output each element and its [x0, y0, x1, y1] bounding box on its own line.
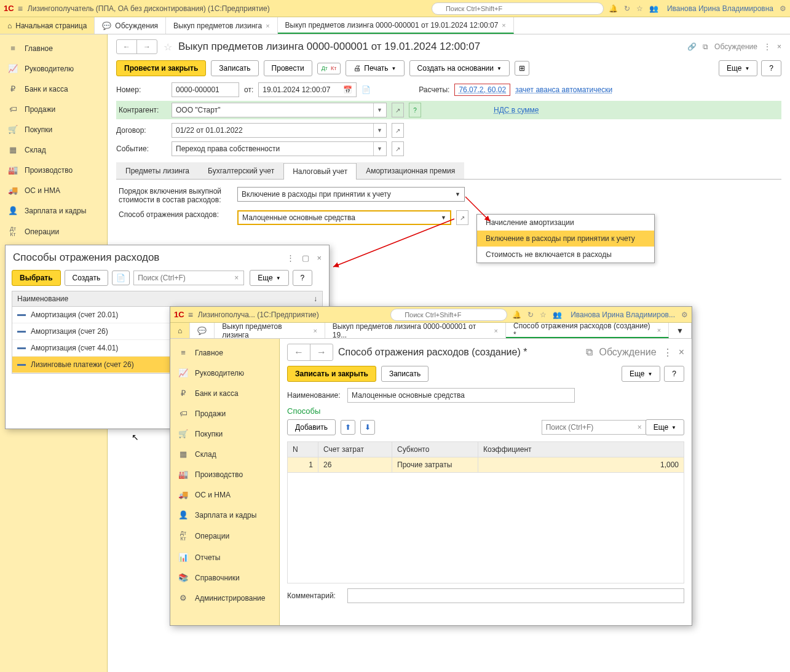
save-icon[interactable]: 📄: [361, 85, 371, 94]
contragent-input[interactable]: ООО "Старт"▼: [172, 103, 387, 117]
tab-home[interactable]: ⌂Начальная страница: [0, 17, 95, 34]
sidebar-item[interactable]: ДтКтОперации: [170, 525, 279, 547]
print-button[interactable]: 🖨Печать▼: [346, 60, 404, 76]
tab-doc-active[interactable]: Выкуп предметов лизинга 0000-000001 от 1…: [278, 17, 514, 34]
star-icon[interactable]: ☆: [636, 4, 643, 13]
col-n[interactable]: N: [288, 442, 318, 457]
table-search-input[interactable]: [542, 420, 646, 435]
tabs-dropdown[interactable]: ▼: [669, 323, 692, 338]
sidebar-item[interactable]: ▦Склад: [170, 444, 279, 464]
cell-acc[interactable]: 26: [318, 457, 392, 473]
sidebar-item[interactable]: 🚚ОС и НМА: [170, 484, 279, 505]
col-coef[interactable]: Коэффициент: [478, 442, 684, 457]
link-icon[interactable]: 🔗: [687, 42, 697, 51]
tab-3-active[interactable]: Способ отражения расходов (создание) *×: [506, 323, 669, 338]
help-tip-icon[interactable]: ?: [409, 103, 421, 117]
select-button[interactable]: Выбрать: [12, 270, 61, 286]
more-dots-icon[interactable]: ⋮: [764, 42, 771, 51]
contract-input[interactable]: 01/22 от 01.01.2022▼: [172, 123, 387, 138]
add-button[interactable]: Добавить: [287, 419, 336, 435]
users-icon[interactable]: 👥: [553, 310, 562, 319]
calc-accounts-link[interactable]: 76.07.2, 60.02: [454, 84, 510, 96]
window-icon[interactable]: ⧉: [703, 42, 708, 51]
create-based-button[interactable]: Создать на основании▼: [409, 60, 510, 76]
sidebar-item-prod[interactable]: 🏭Производство: [0, 160, 107, 180]
method-select[interactable]: Малоценные основные средства▼: [237, 210, 451, 225]
subtab-premium[interactable]: Амортизационная премия: [357, 162, 464, 179]
sidebar-item[interactable]: 🏭Производство: [170, 464, 279, 484]
sidebar-item-bank[interactable]: ₽Банк и касса: [0, 79, 107, 99]
sidebar-item-assets[interactable]: 🚚ОС и НМА: [0, 180, 107, 200]
open-ref-icon[interactable]: ↗: [392, 123, 404, 138]
calc-advance-link[interactable]: зачет аванса автоматически: [515, 85, 612, 94]
back-icon[interactable]: ←: [117, 40, 137, 53]
tab-1[interactable]: Выкуп предметов лизинга×: [215, 323, 325, 338]
comment-input[interactable]: [347, 588, 684, 603]
tab-discuss[interactable]: 💬: [190, 323, 215, 338]
down-button[interactable]: ⬇: [360, 420, 375, 435]
chevron-down-icon[interactable]: ▼: [373, 142, 382, 156]
tab-2[interactable]: Выкуп предметов лизинга 0000-000001 от 1…: [325, 323, 506, 338]
sidebar-item[interactable]: ₽Банк и касса: [170, 383, 279, 403]
favorite-star-icon[interactable]: ☆: [164, 41, 172, 53]
up-button[interactable]: ⬆: [341, 420, 355, 435]
open-ref-icon[interactable]: ↗: [392, 103, 404, 117]
sidebar-item[interactable]: 🏷Продажи: [170, 403, 279, 424]
close-icon[interactable]: ×: [313, 327, 317, 334]
close-icon[interactable]: ×: [317, 253, 322, 263]
user-name[interactable]: Иванова Ирина Владимиров...: [571, 310, 675, 319]
hamburger-icon[interactable]: ≡: [188, 310, 193, 320]
more-button[interactable]: Еще▼: [250, 270, 288, 286]
hamburger-icon[interactable]: ≡: [18, 4, 23, 14]
struct-button[interactable]: ⊞: [515, 61, 529, 76]
settings-icon[interactable]: ⚙: [780, 4, 786, 13]
forward-icon[interactable]: →: [310, 344, 333, 360]
dropdown-option[interactable]: Стоимость не включается в расходы: [477, 247, 654, 263]
sidebar-item[interactable]: 📊Отчеты: [170, 547, 279, 567]
bell-icon[interactable]: 🔔: [609, 4, 618, 13]
dropdown-option-selected[interactable]: Включение в расходы при принятии к учету: [477, 231, 654, 247]
post-button[interactable]: Провести: [264, 60, 312, 76]
tab-doc-list[interactable]: Выкуп предметов лизинга×: [166, 17, 277, 34]
global-search[interactable]: [432, 2, 604, 15]
clear-search-icon[interactable]: ×: [638, 423, 642, 432]
search-input[interactable]: [390, 309, 507, 321]
subtab-accounting[interactable]: Бухгалтерский учет: [199, 162, 283, 179]
cell-coef[interactable]: 1,000: [478, 457, 684, 473]
sidebar-item[interactable]: 📈Руководителю: [170, 363, 279, 383]
more-button[interactable]: Еще▼: [646, 419, 684, 435]
help-button[interactable]: ?: [293, 270, 313, 286]
settings-icon[interactable]: ⚙: [681, 310, 688, 319]
sidebar-item[interactable]: 👤Зарплата и кадры: [170, 505, 279, 525]
close-icon[interactable]: ×: [657, 326, 661, 334]
help-button[interactable]: ?: [761, 60, 781, 76]
sidebar-item-manager[interactable]: 📈Руководителю: [0, 58, 107, 79]
sidebar-item-ops[interactable]: ДтКтОперации: [0, 221, 107, 243]
tab-home[interactable]: ⌂: [170, 323, 190, 338]
close-icon[interactable]: ×: [679, 347, 684, 358]
close-icon[interactable]: ×: [494, 327, 498, 334]
open-ref-icon[interactable]: ↗: [456, 210, 468, 225]
event-input[interactable]: Переход права собственности▼: [172, 141, 387, 156]
list-search-input[interactable]: [133, 271, 244, 285]
create-button[interactable]: Создать: [65, 270, 109, 286]
open-ref-icon[interactable]: ↗: [392, 141, 404, 156]
history-icon[interactable]: ↻: [624, 4, 630, 13]
save-close-button[interactable]: Записать и закрыть: [287, 366, 376, 382]
sidebar-item-hr[interactable]: 👤Зарплата и кадры: [0, 200, 107, 221]
calendar-icon[interactable]: 📅: [343, 85, 352, 94]
col-sub[interactable]: Субконто: [392, 442, 478, 457]
clear-search-icon[interactable]: ×: [234, 274, 239, 282]
close-icon[interactable]: ×: [502, 22, 505, 29]
sidebar-item[interactable]: ⚙Администрирование: [170, 588, 279, 608]
chevron-down-icon[interactable]: ▼: [455, 191, 460, 197]
dropdown-option[interactable]: Начисление амортизации: [477, 215, 654, 231]
date-input[interactable]: 19.01.2024 12:00:07📅: [258, 82, 357, 97]
more-button[interactable]: Еще▼: [622, 366, 660, 382]
col-acc[interactable]: Счет затрат: [318, 442, 392, 457]
forward-icon[interactable]: →: [137, 40, 157, 53]
nav-back-fwd[interactable]: ←→: [287, 344, 333, 361]
sidebar-item-main[interactable]: ≡Главное: [0, 38, 107, 58]
sidebar-item[interactable]: 🛒Покупки: [170, 424, 279, 444]
star-icon[interactable]: ☆: [540, 310, 547, 319]
